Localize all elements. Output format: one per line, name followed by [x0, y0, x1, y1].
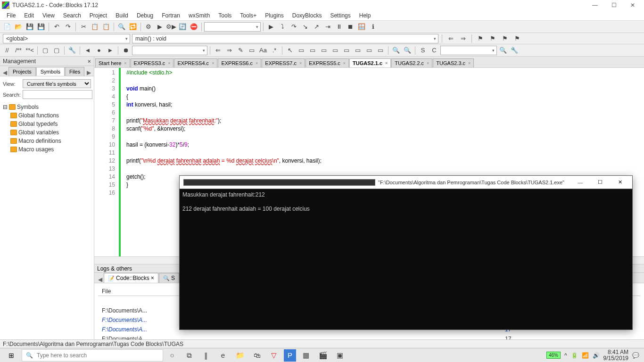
console-titlebar[interactable]: "F:\Documents\Algoritma dan Pemrograman\…	[180, 176, 632, 189]
save-icon[interactable]: 💾	[25, 22, 35, 32]
build-icon[interactable]: ⚙	[143, 22, 154, 32]
management-close-icon[interactable]: ×	[88, 58, 91, 65]
tab-close-icon[interactable]: ×	[385, 61, 388, 66]
menu-fortran[interactable]: Fortran	[158, 11, 184, 20]
scope-func-combo[interactable]: main() : void	[132, 34, 438, 43]
tab-close-icon[interactable]: ×	[427, 61, 429, 66]
taskview-icon[interactable]: ⧉	[181, 348, 197, 362]
stop-debug-icon[interactable]: ⏹	[345, 22, 355, 32]
tab-close-icon[interactable]: ×	[299, 61, 302, 66]
record-icon[interactable]: ⏺	[121, 45, 131, 56]
tab-files[interactable]: Files	[65, 67, 84, 76]
tree-item[interactable]: Global functions	[2, 111, 92, 120]
menu-edit[interactable]: Edit	[20, 11, 38, 20]
symbols-tree[interactable]: ⊟ Symbols Global functions Global typede…	[2, 103, 92, 154]
cursor-icon[interactable]: ↖	[285, 45, 295, 56]
regex-icon[interactable]: .*	[269, 45, 280, 56]
back-icon[interactable]: ⇐	[446, 33, 456, 44]
console-minimize-button[interactable]: —	[572, 180, 589, 185]
nav-back-icon[interactable]: ◄	[83, 45, 93, 56]
menu-wxsmith[interactable]: wxSmith	[185, 11, 214, 20]
tree-item[interactable]: Global variables	[2, 128, 92, 137]
close-button[interactable]: ✕	[623, 0, 642, 10]
tray-up-icon[interactable]: ^	[564, 352, 567, 359]
cut-icon[interactable]: ✂	[78, 22, 89, 32]
tab-projects[interactable]: Projects	[8, 67, 36, 76]
info-icon[interactable]: ℹ	[368, 22, 378, 32]
editor-tab[interactable]: EXPRESS5.c ×	[305, 58, 349, 67]
build-run-icon[interactable]: ⚙▶	[166, 22, 176, 32]
console-window[interactable]: "F:\Documents\Algoritma dan Pemrograman\…	[179, 175, 633, 330]
console-maximize-button[interactable]: ☐	[592, 179, 609, 185]
menu-tools[interactable]: Tools	[215, 11, 235, 20]
mcafee-icon[interactable]: ▽	[266, 348, 282, 362]
step-over-icon[interactable]: ↷	[289, 22, 299, 32]
extra-combo[interactable]	[440, 46, 497, 55]
find-icon[interactable]: 🔍	[116, 22, 127, 32]
menu-plugins[interactable]: Plugins	[261, 11, 287, 20]
arrow-left-icon[interactable]: ⇐	[213, 45, 223, 56]
console-output[interactable]: Masukkan derajat fahrenhait:212 212 dera…	[180, 189, 632, 214]
replace-icon[interactable]: 🔁	[128, 22, 138, 32]
logs-tab-search[interactable]: 🔍 S	[159, 273, 179, 283]
tab-close-icon[interactable]: ×	[256, 61, 258, 66]
block-comment-icon[interactable]: /**	[13, 45, 24, 56]
maximize-button[interactable]: ☐	[604, 0, 623, 10]
tab-close-icon[interactable]: ×	[212, 61, 214, 66]
step-into-icon[interactable]: ↘	[300, 22, 310, 32]
copy-icon[interactable]: 📋	[90, 22, 100, 32]
tab-close-icon[interactable]: ×	[168, 61, 170, 66]
undo-icon[interactable]: ↶	[51, 22, 62, 32]
debug-run-icon[interactable]: ▶	[266, 22, 276, 32]
arrow-right-icon[interactable]: ⇒	[224, 45, 234, 56]
prev-bookmark-icon[interactable]: ⚑	[487, 33, 498, 44]
rect3-icon[interactable]: ▭	[319, 45, 329, 56]
minimize-button[interactable]: —	[586, 0, 604, 10]
logs-tab-left-icon[interactable]: ◀	[96, 276, 104, 283]
tab-close-icon[interactable]: ×	[124, 61, 126, 66]
settings-icon[interactable]: 🔧	[509, 45, 520, 56]
app1-icon[interactable]: P	[284, 349, 296, 362]
menu-view[interactable]: View	[39, 11, 58, 20]
clear-bookmarks-icon[interactable]: ⚑	[512, 33, 522, 44]
codeblocks-taskbar-icon[interactable]: ▦	[298, 348, 314, 362]
match-case-icon[interactable]: Aa	[258, 45, 268, 56]
select-all-icon[interactable]: ▭	[247, 45, 257, 56]
tab-close-icon[interactable]: ×	[343, 61, 346, 66]
menu-project[interactable]: Project	[86, 11, 111, 20]
rect6-icon[interactable]: ▭	[353, 45, 363, 56]
rect8-icon[interactable]: ▭	[375, 45, 386, 56]
logs-tab-codeblocks[interactable]: 📝 Code::Blocks ×	[104, 273, 158, 283]
step-out-icon[interactable]: ↗	[311, 22, 322, 32]
save-all-icon[interactable]: 💾	[36, 22, 46, 32]
debug-windows-icon[interactable]: 🪟	[356, 22, 367, 32]
break-icon[interactable]: ⏸	[334, 22, 344, 32]
mgmt-tab-left-icon[interactable]: ◀	[1, 69, 8, 76]
run-icon[interactable]: ▶	[155, 22, 165, 32]
doxy1-icon[interactable]: ▢	[40, 45, 50, 56]
notification-icon[interactable]: 💬	[632, 352, 639, 359]
editor-tab[interactable]: EXPRESS6.c ×	[218, 58, 261, 67]
mgmt-tab-right-icon[interactable]: ▶	[85, 69, 92, 76]
console-close-button[interactable]: ✕	[611, 179, 628, 185]
search-opt-icon[interactable]: 🔍	[498, 45, 508, 56]
pause-icon[interactable]: ‖	[198, 348, 214, 362]
line-comment-icon[interactable]: **<	[25, 45, 35, 56]
symbol-search-input[interactable]	[23, 90, 92, 99]
rect1-icon[interactable]: ▭	[296, 45, 306, 56]
menu-file[interactable]: File	[3, 11, 19, 20]
paste-icon[interactable]: 📋	[101, 22, 111, 32]
macro-combo[interactable]	[132, 46, 207, 55]
nav-fwd-icon[interactable]: ►	[105, 45, 116, 56]
menu-debug[interactable]: Debug	[133, 11, 157, 20]
zoom-out-icon[interactable]: 🔍	[402, 45, 413, 56]
tray-wifi-icon[interactable]: 📶	[582, 352, 589, 359]
start-button[interactable]: ⊞	[2, 348, 21, 362]
highlight-icon[interactable]: ✎	[235, 45, 246, 56]
rect7-icon[interactable]: ▭	[364, 45, 374, 56]
rect4-icon[interactable]: ▭	[330, 45, 340, 56]
rect2-icon[interactable]: ▭	[307, 45, 318, 56]
menu-tools+[interactable]: Tools+	[236, 11, 260, 20]
tab-symbols[interactable]: Symbols	[36, 67, 65, 76]
toggle-comment-icon[interactable]: //	[2, 45, 12, 56]
